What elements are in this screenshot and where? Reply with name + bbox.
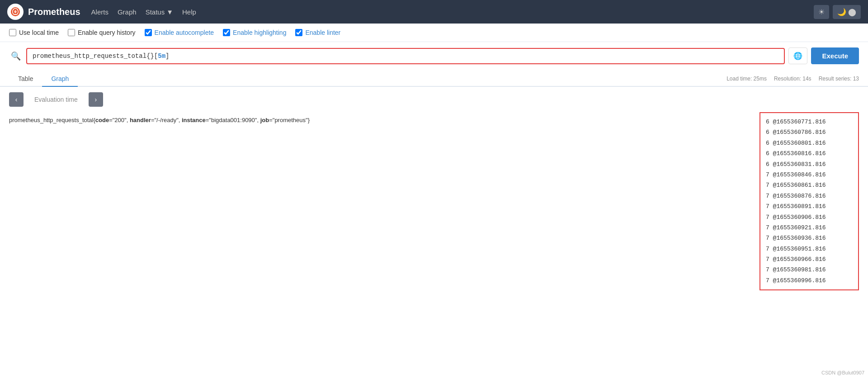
svg-rect-1: [14, 14, 17, 15]
value-line: 7 @1655360861.816: [766, 180, 853, 190]
query-bar: 🔍 prometheus_http_requests_total{}[5m] 🌐…: [0, 42, 868, 70]
enable-query-history-checkbox[interactable]: [68, 29, 75, 36]
eval-next-button[interactable]: ›: [89, 92, 103, 107]
tabs-bar: Table Graph Load time: 25ms Resolution: …: [0, 70, 868, 87]
value-line: 7 @1655360951.816: [766, 244, 853, 254]
value-line: 7 @1655360966.816: [766, 254, 853, 265]
value-line: 6 @1655360801.816: [766, 138, 853, 148]
search-icon-button[interactable]: 🔍: [9, 49, 23, 63]
brand-label: Prometheus: [28, 7, 80, 17]
enable-autocomplete-option[interactable]: Enable autocomplete: [145, 29, 214, 36]
eval-bar: ‹ Evaluation time ›: [0, 87, 868, 112]
status-dropdown-icon: ▼: [166, 8, 173, 16]
nav-status[interactable]: Status▼: [146, 8, 173, 16]
enable-query-history-label: Enable query history: [78, 29, 136, 36]
search-icon: 🔍: [11, 52, 21, 61]
navbar-nav: Alerts Graph Status▼ Help: [91, 8, 196, 16]
eval-time-label: Evaluation time: [27, 94, 85, 105]
result-row: prometheus_http_requests_total{code="200…: [9, 112, 750, 290]
value-line: 7 @1655360906.816: [766, 212, 853, 223]
results-area: prometheus_http_requests_total{code="200…: [0, 112, 868, 290]
query-input[interactable]: prometheus_http_requests_total{}[5m]: [26, 48, 785, 64]
nav-graph[interactable]: Graph: [118, 8, 137, 16]
value-line: 7 @1655360981.816: [766, 265, 853, 275]
enable-linter-label: Enable linter: [305, 29, 340, 36]
tabs: Table Graph: [9, 71, 78, 86]
value-line: 7 @1655360876.816: [766, 191, 853, 201]
use-local-time-checkbox[interactable]: [9, 29, 16, 36]
value-line: 7 @1655360936.816: [766, 233, 853, 243]
metric-name: prometheus_http_requests_total: [9, 117, 93, 123]
sun-icon: ☀: [818, 8, 825, 16]
nav-help[interactable]: Help: [182, 8, 196, 16]
enable-highlighting-label: Enable highlighting: [233, 29, 286, 36]
moon-icon: 🌙: [837, 8, 846, 16]
load-info: Load time: 25ms Resolution: 14s Result s…: [726, 76, 859, 82]
prometheus-logo-icon: [10, 6, 21, 17]
navbar-logo: [7, 4, 24, 20]
query-text-prefix: prometheus_http_requests_total{}[: [33, 52, 158, 60]
tab-table[interactable]: Table: [9, 71, 42, 87]
enable-autocomplete-label: Enable autocomplete: [155, 29, 214, 36]
globe-button[interactable]: 🌐: [788, 47, 807, 64]
value-line: 7 @1655360846.816: [766, 170, 853, 180]
load-time: Load time: 25ms: [726, 76, 767, 82]
svg-rect-3: [14, 11, 17, 12]
svg-rect-2: [14, 12, 16, 13]
use-local-time-label: Use local time: [19, 29, 59, 36]
navbar-right: ☀ 🌙 ⬤: [814, 5, 861, 19]
chevron-left-icon: ‹: [15, 96, 18, 103]
resolution: Resolution: 14s: [774, 76, 811, 82]
svg-rect-4: [14, 10, 16, 11]
metric-labels: {code="200", handler="/-/ready", instanc…: [93, 117, 310, 123]
use-local-time-option[interactable]: Use local time: [9, 29, 59, 36]
query-time-value: 5m: [158, 52, 165, 60]
nav-alerts[interactable]: Alerts: [91, 8, 108, 16]
theme-toggle-button[interactable]: ☀: [814, 5, 829, 19]
navbar: Prometheus Alerts Graph Status▼ Help ☀ 🌙…: [0, 0, 868, 24]
brand-link[interactable]: Prometheus: [7, 4, 80, 20]
query-text-suffix: ]: [165, 52, 169, 60]
dark-mode-button[interactable]: 🌙 ⬤: [833, 5, 861, 19]
values-panel: 6 @1655360771.8166 @1655360786.8166 @165…: [760, 112, 859, 290]
value-line: 7 @1655360921.816: [766, 223, 853, 233]
value-line: 6 @1655360816.816: [766, 148, 853, 159]
value-line: 7 @1655360996.816: [766, 275, 853, 286]
globe-icon: 🌐: [793, 52, 802, 60]
result-series: Result series: 13: [819, 76, 859, 82]
circle-icon: ⬤: [848, 8, 856, 16]
execute-button[interactable]: Execute: [811, 47, 859, 64]
enable-query-history-option[interactable]: Enable query history: [68, 29, 136, 36]
value-line: 6 @1655360831.816: [766, 159, 853, 170]
enable-linter-option[interactable]: Enable linter: [295, 29, 340, 36]
value-line: 6 @1655360771.816: [766, 117, 853, 127]
options-bar: Use local time Enable query history Enab…: [0, 24, 868, 42]
value-line: 7 @1655360891.816: [766, 201, 853, 212]
enable-linter-checkbox[interactable]: [295, 29, 302, 36]
eval-prev-button[interactable]: ‹: [9, 92, 24, 107]
enable-autocomplete-checkbox[interactable]: [145, 29, 152, 36]
chevron-right-icon: ›: [94, 96, 97, 103]
enable-highlighting-checkbox[interactable]: [223, 29, 230, 36]
enable-highlighting-option[interactable]: Enable highlighting: [223, 29, 286, 36]
value-line: 6 @1655360786.816: [766, 127, 853, 137]
tab-graph[interactable]: Graph: [42, 71, 78, 87]
